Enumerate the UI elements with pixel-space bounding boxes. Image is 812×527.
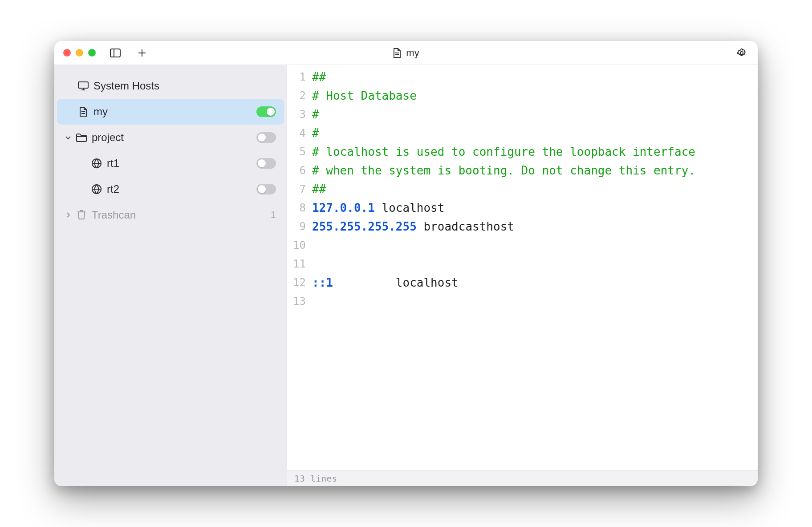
monitor-icon <box>76 81 91 91</box>
trash-count: 1 <box>271 209 276 221</box>
toggle-sidebar-button[interactable] <box>108 46 122 60</box>
status-bar: 13 lines <box>287 470 758 486</box>
sidebar-item-trashcan[interactable]: Trashcan 1 <box>57 202 284 228</box>
sidebar-item-label: my <box>93 105 256 118</box>
editor-line[interactable]: 11 <box>287 255 758 273</box>
line-number: 2 <box>287 86 312 105</box>
sidebar-item-label: Trashcan <box>92 209 266 221</box>
editor-line[interactable]: 10 <box>287 236 758 255</box>
toggle-my[interactable] <box>256 106 276 117</box>
sidebar: System Hosts my <box>54 65 287 486</box>
maximize-window-button[interactable] <box>88 49 96 57</box>
chevron-right-icon <box>62 211 74 219</box>
sidebar-item-label: project <box>92 131 256 144</box>
chevron-down-icon <box>62 134 74 141</box>
window-title: my <box>406 47 419 59</box>
svg-rect-0 <box>110 49 120 57</box>
code-editor[interactable]: 1##2# Host Database3#4#5# localhost is u… <box>287 65 758 470</box>
editor-line[interactable]: 7## <box>287 180 758 199</box>
editor-line[interactable]: 4# <box>287 124 758 142</box>
window-controls <box>63 49 96 57</box>
line-content[interactable]: # localhost is used to configure the loo… <box>312 142 695 161</box>
app-window: my System Hosts <box>54 41 758 486</box>
editor-line[interactable]: 13 <box>287 292 758 311</box>
toggle-rt2[interactable] <box>256 184 276 195</box>
line-number: 7 <box>287 180 312 199</box>
line-number: 10 <box>287 236 312 255</box>
sidebar-item-project[interactable]: project <box>57 125 284 150</box>
folder-icon <box>74 133 89 142</box>
svg-rect-7 <box>78 82 88 88</box>
line-content[interactable]: 255.255.255.255 broadcasthost <box>312 217 514 236</box>
line-number: 11 <box>287 255 312 273</box>
toggle-rt1[interactable] <box>256 158 276 169</box>
toggle-project[interactable] <box>256 132 276 143</box>
editor-line[interactable]: 8127.0.0.1 localhost <box>287 199 758 217</box>
sidebar-item-my[interactable]: my <box>57 99 284 125</box>
line-content[interactable]: # <box>312 124 319 142</box>
line-content[interactable]: ::1 localhost <box>312 273 459 292</box>
line-number: 13 <box>287 292 312 311</box>
sidebar-item-system-hosts[interactable]: System Hosts <box>57 73 284 99</box>
line-content[interactable]: # <box>312 105 319 124</box>
line-number: 9 <box>287 217 312 236</box>
sidebar-item-label: System Hosts <box>93 80 276 92</box>
editor-line[interactable]: 2# Host Database <box>287 86 758 105</box>
line-number: 4 <box>287 124 312 142</box>
sidebar-item-rt2[interactable]: rt2 <box>57 176 284 202</box>
globe-icon <box>89 158 104 169</box>
add-button[interactable] <box>135 46 149 60</box>
line-content[interactable]: # Host Database <box>312 86 417 105</box>
sidebar-item-rt1[interactable]: rt1 <box>57 150 284 176</box>
line-number: 12 <box>287 273 312 292</box>
editor-pane: 1##2# Host Database3#4#5# localhost is u… <box>287 65 758 486</box>
editor-line[interactable]: 3# <box>287 105 758 124</box>
file-icon <box>393 48 402 58</box>
close-window-button[interactable] <box>63 49 71 57</box>
editor-line[interactable]: 1## <box>287 68 758 86</box>
line-content[interactable]: # when the system is booting. Do not cha… <box>312 161 695 180</box>
line-content[interactable]: ## <box>312 68 326 86</box>
line-number: 1 <box>287 68 312 86</box>
settings-button[interactable] <box>735 46 749 60</box>
editor-line[interactable]: 6# when the system is booting. Do not ch… <box>287 161 758 180</box>
line-number: 8 <box>287 199 312 217</box>
line-content[interactable]: ## <box>312 180 326 199</box>
editor-line[interactable]: 5# localhost is used to configure the lo… <box>287 142 758 161</box>
trash-icon <box>74 210 89 220</box>
line-number: 6 <box>287 161 312 180</box>
minimize-window-button[interactable] <box>76 49 83 57</box>
line-content[interactable]: 127.0.0.1 localhost <box>312 199 444 217</box>
line-number: 5 <box>287 142 312 161</box>
line-number: 3 <box>287 105 312 124</box>
sidebar-item-label: rt2 <box>107 183 256 195</box>
editor-line[interactable]: 12::1 localhost <box>287 273 758 292</box>
editor-line[interactable]: 9255.255.255.255 broadcasthost <box>287 217 758 236</box>
status-text: 13 lines <box>294 473 337 484</box>
globe-icon <box>89 184 104 195</box>
sidebar-item-label: rt1 <box>107 157 256 170</box>
titlebar: my <box>54 41 758 65</box>
file-icon <box>76 106 91 117</box>
